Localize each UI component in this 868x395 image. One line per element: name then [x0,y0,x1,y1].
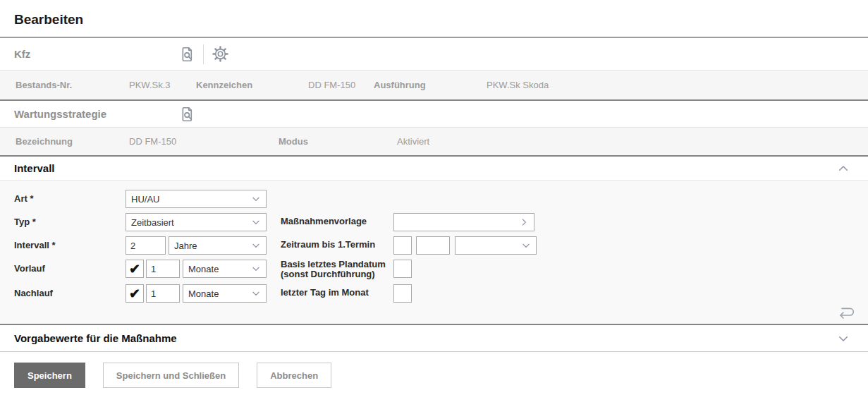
vorlauf-unit-select[interactable]: Monate [183,260,267,278]
wartungsstrategie-fields-row: Bezeichnung DD FM-150 Modus Aktiviert [0,127,868,157]
intervall-label: Intervall * [14,236,126,250]
vorgabewerte-section-title: Vorgabewerte für die Maßnahme [14,332,177,344]
field-label: Bezeichnung [16,136,129,147]
cancel-button[interactable]: Abbrechen [257,363,331,388]
save-button[interactable]: Speichern [14,363,85,388]
chevron-down-icon [251,217,261,227]
check-icon: ✔ [129,287,140,300]
wartungsstrategie-section-header: Wartungsstrategie [0,101,868,127]
letzter-tag-checkbox[interactable] [393,284,412,303]
vorgabewerte-section-header: Vorgabewerte für die Maßnahme [0,325,868,352]
chevron-down-icon [251,288,261,298]
page-title: Bearbeiten [0,0,868,38]
art-label: Art * [14,190,126,204]
art-select[interactable]: HU/AU [126,190,267,208]
typ-label: Typ * [14,213,126,227]
chevron-right-icon [519,217,529,227]
action-button-row: Speichern Speichern und Schließen Abbrec… [14,363,868,388]
edit-page: Bearbeiten Kfz [0,0,868,388]
intervall-section-header: Intervall [0,157,868,181]
nachlauf-checkbox[interactable]: ✔ [126,284,144,303]
wartungsstrategie-icon-bar [176,104,197,125]
field-label: Ausführung [374,80,487,90]
intervall-section-title: Intervall [14,162,55,174]
field-value: PKW.Sk.3 [129,80,196,90]
chevron-down-icon [251,194,261,204]
kfz-section-header: Kfz [0,38,868,70]
zeitraum-value2-input[interactable] [416,236,450,255]
vorlauf-value-input[interactable] [146,260,180,278]
field-value: PKW.Sk Skoda [487,80,549,90]
letzter-tag-label: letzter Tag im Monat [281,284,393,298]
vorlauf-label: Vorlauf [14,260,126,274]
chevron-down-icon [251,264,261,274]
field-label: Bestands-Nr. [16,80,129,90]
nachlauf-label: Nachlauf [14,284,126,298]
basis-label: Basis letztes Plandatum (sonst Durchführ… [281,260,393,279]
icon-divider [203,44,204,64]
wartungsstrategie-section-title: Wartungsstrategie [14,108,176,120]
field-value: Aktiviert [397,136,429,147]
zeitraum-value1-input[interactable] [393,236,412,255]
massnahmenvorlage-input[interactable] [393,213,534,231]
intervall-panel-body: Art * HU/AU Typ * Zeitbasiert Maßnahmenv… [0,181,868,325]
field-label: Kennzeichen [196,80,308,90]
typ-select[interactable]: Zeitbasiert [126,213,267,231]
typ-row: Typ * Zeitbasiert Maßnahmenvorlage [14,213,854,231]
nachlauf-row: Nachlauf ✔ Monate letzter Tag im Monat [14,284,854,303]
intervall-unit-select[interactable]: Jahre [169,236,267,255]
chevron-down-icon[interactable] [833,328,854,349]
massnahmenvorlage-label: Maßnahmenvorlage [281,213,393,226]
intervall-row: Intervall * Jahre Zeitraum bis 1.Termin [14,236,854,255]
field-value: DD FM-150 [129,136,279,147]
kfz-fields-row: Bestands-Nr. PKW.Sk.3 Kennzeichen DD FM-… [0,70,868,101]
document-preview-icon[interactable] [176,104,197,125]
save-and-close-button[interactable]: Speichern und Schließen [103,363,239,388]
kfz-icon-bar [176,44,231,65]
art-row: Art * HU/AU [14,190,854,208]
zeitraum-label: Zeitraum bis 1.Termin [281,236,393,250]
basis-checkbox[interactable] [393,260,412,278]
undo-icon[interactable] [836,304,857,321]
nachlauf-unit-select[interactable]: Monate [183,284,267,303]
chevron-down-icon [521,241,531,250]
chevron-up-icon[interactable] [833,158,854,179]
zeitraum-unit-select[interactable] [455,236,537,255]
intervall-value-input[interactable] [126,236,166,255]
document-preview-icon[interactable] [176,44,197,65]
vorlauf-checkbox[interactable]: ✔ [126,260,144,278]
chevron-down-icon [251,241,261,250]
gear-icon[interactable] [209,44,231,65]
kfz-section-title: Kfz [14,48,176,60]
nachlauf-value-input[interactable] [146,284,180,303]
field-value: DD FM-150 [308,80,374,90]
vorlauf-row: Vorlauf ✔ Monate Basis letztes Plandatum… [14,260,854,279]
field-label: Modus [279,136,397,147]
check-icon: ✔ [129,262,140,276]
